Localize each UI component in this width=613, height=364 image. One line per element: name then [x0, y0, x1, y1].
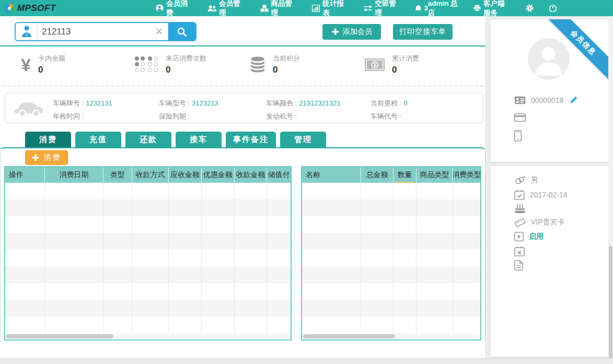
logo-icon — [4, 3, 15, 14]
tab-consume[interactable]: 消费 — [25, 132, 71, 147]
yen-icon: ¥ — [21, 56, 31, 74]
tab-recharge[interactable]: 充值 — [75, 132, 121, 147]
table-row — [302, 199, 480, 216]
col-header-total-amount[interactable]: 总金额 — [361, 167, 394, 183]
table-cell — [169, 316, 202, 333]
tab-repay[interactable]: 还款 — [125, 132, 171, 147]
table-cell — [361, 300, 394, 316]
col-header-action[interactable]: 操作 — [5, 167, 45, 183]
scrollbar-thumb[interactable] — [6, 334, 113, 338]
search-input[interactable] — [38, 27, 151, 37]
table-cell — [394, 250, 417, 266]
table-row — [5, 300, 291, 316]
table-cell — [361, 199, 394, 216]
menu-report[interactable]: 统计报表 — [312, 0, 345, 18]
add-member-button[interactable]: ✚ 添加会员 — [322, 24, 381, 40]
notifications-button[interactable]: 3 — [415, 4, 428, 12]
table-cell — [169, 283, 202, 300]
table-cell — [202, 316, 235, 333]
col-header-date[interactable]: 消费日期 — [45, 167, 103, 183]
table-cell — [5, 216, 45, 233]
table-cell — [302, 266, 361, 283]
menu-member-manage[interactable]: 会员管理 — [207, 0, 241, 18]
table-cell — [235, 233, 267, 250]
clear-search-icon[interactable]: ✕ — [151, 23, 168, 40]
table-cell — [267, 199, 291, 216]
menu-member-consume[interactable]: 会员消费 — [156, 0, 189, 18]
exchange-arrows-icon — [364, 5, 372, 11]
table-cell — [103, 300, 132, 316]
print-blank-ticket-button[interactable]: 打印空接车单 — [393, 24, 453, 40]
client-service-button[interactable]: 客户端服务 — [473, 0, 510, 18]
table-row — [302, 283, 480, 300]
col-header-name[interactable]: 名称 — [302, 167, 361, 183]
tab-manage[interactable]: 管理 — [280, 132, 326, 147]
table-cell — [5, 250, 45, 266]
menu-goods-manage[interactable]: 商品管理 — [260, 0, 294, 18]
tab-event-note[interactable]: 事件备注 — [226, 132, 276, 147]
app-logo[interactable]: MPSOFT — [0, 3, 56, 14]
table-row — [302, 316, 480, 333]
table-cell — [453, 283, 480, 300]
ticket-icon — [514, 218, 526, 227]
col-header-pay-method[interactable]: 收款方式 — [132, 167, 169, 183]
table-cell — [417, 183, 453, 199]
scrollbar-thumb[interactable] — [609, 246, 612, 364]
table-cell — [202, 300, 235, 316]
table-cell — [361, 183, 394, 199]
expire-date-row — [514, 246, 530, 256]
users-icon — [207, 5, 216, 12]
table-row — [5, 233, 291, 250]
table-cell — [453, 216, 480, 233]
vehicle-plate: 车辆牌号 :1232131 — [53, 99, 112, 108]
add-consume-button[interactable]: ✚ 消费 — [25, 150, 68, 165]
col-header-received[interactable]: 收款金额 — [235, 167, 267, 183]
col-header-quantity[interactable]: 数量 — [394, 167, 417, 183]
avatar — [528, 38, 570, 80]
table-cell — [235, 266, 267, 283]
id-card-icon — [514, 96, 526, 104]
table-cell — [103, 283, 132, 300]
col-header-type[interactable]: 类型 — [103, 167, 132, 183]
menu-shift-manage[interactable]: 交班管理 — [364, 0, 397, 18]
col-header-discount[interactable]: 优惠金额 — [202, 167, 235, 183]
table-cell — [169, 199, 202, 216]
member-icon — [16, 23, 38, 40]
goods-table-hscrollbar — [302, 333, 480, 339]
table-cell — [394, 183, 417, 199]
goods-table-header: 名称 总金额 数量 商品类型 消费类型 — [302, 167, 480, 183]
settings-gear-icon[interactable] — [526, 4, 534, 12]
tab-pickup[interactable]: 接车 — [176, 132, 222, 147]
table-cell — [361, 283, 394, 300]
visits-dots-icon — [135, 56, 158, 73]
scrollbar-thumb[interactable] — [303, 334, 395, 338]
table-cell — [361, 216, 394, 233]
col-header-stored-pay[interactable]: 储值付 — [267, 167, 291, 183]
table-cell — [361, 266, 394, 283]
stat-visits: 来店消费次数 0 — [135, 54, 206, 75]
table-cell — [235, 183, 267, 199]
plus-icon: ✚ — [32, 154, 41, 162]
money-bill-icon: 1 — [365, 58, 385, 71]
calendar-check-icon — [514, 190, 525, 200]
table-cell — [5, 199, 45, 216]
edit-pencil-icon[interactable] — [569, 96, 578, 105]
table-cell — [267, 266, 291, 283]
table-cell — [132, 183, 169, 199]
col-header-goods-type[interactable]: 商品类型 — [417, 167, 453, 183]
page-horizontal-scrollbar[interactable] — [0, 358, 613, 364]
table-cell — [5, 183, 45, 199]
table-cell — [132, 283, 169, 300]
member-stats-row: ¥ 卡内余额 0 来店消费次数 0 当前积分 0 1 累计消费 0 — [0, 50, 485, 84]
vehicle-model: 车辆型号 :3123213 — [159, 99, 218, 108]
col-header-consume-type[interactable]: 消费类型 — [453, 167, 480, 183]
power-icon[interactable] — [549, 5, 557, 12]
table-cell — [103, 183, 132, 199]
search-button[interactable] — [168, 23, 195, 40]
table-cell — [45, 266, 103, 283]
table-row — [5, 283, 291, 300]
vehicle-info-panel: 车辆牌号 :1232131 车辆型号 :3123213 车辆颜色 :213123… — [4, 93, 483, 123]
col-header-receivable[interactable]: 应收金额 — [169, 167, 202, 183]
current-user[interactable]: admin 总店 — [428, 0, 458, 18]
table-cell — [132, 216, 169, 233]
